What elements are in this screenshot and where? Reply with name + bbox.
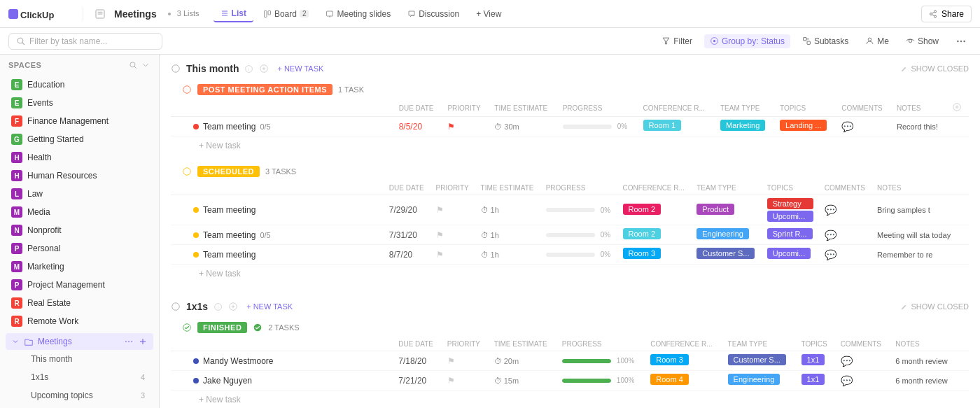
meetings-folder: Meetings This month 1x1s 4 Upcoming topi… xyxy=(3,333,156,405)
post-meeting-add-task[interactable]: + New task xyxy=(171,136,969,156)
sidebar-item-media[interactable]: M Media xyxy=(3,203,156,221)
sidebar-item-getting-started[interactable]: G Getting Started xyxy=(3,130,156,148)
fin-prog-bar-2 xyxy=(562,379,611,383)
sch-comment-3[interactable]: 💬 xyxy=(825,249,836,260)
fin-extra-1 xyxy=(957,351,969,371)
sidebar-item-finance[interactable]: F Finance Management xyxy=(3,112,156,130)
sch-comment-1[interactable]: 💬 xyxy=(825,204,836,216)
more-button[interactable] xyxy=(951,34,972,49)
svg-point-30 xyxy=(963,40,965,42)
fin-task-name-2[interactable]: Jake Nguyen xyxy=(203,376,252,386)
upcoming-topics-label: Upcoming topics xyxy=(31,391,93,400)
sidebar-item-events[interactable]: E Events xyxy=(3,94,156,112)
tab-discussion[interactable]: Discussion xyxy=(400,6,466,22)
filter-button[interactable]: Filter xyxy=(657,34,697,48)
this-month-new-task[interactable]: + NEW TASK xyxy=(277,64,323,73)
col-due-date: DUE DATE xyxy=(393,99,442,117)
group-by-status-button[interactable]: Group by: Status xyxy=(704,34,790,48)
sch-comment-2[interactable]: 💬 xyxy=(825,230,836,241)
finished-add-task[interactable]: + New task xyxy=(171,391,969,408)
sidebar-item-health[interactable]: H Health xyxy=(3,148,156,167)
sch-topic-3: Upcomi... xyxy=(767,248,811,259)
sidebar-item-human-resources[interactable]: H Human Resources xyxy=(3,167,156,185)
events-label: Events xyxy=(27,98,53,108)
sidebar-item-law[interactable]: L Law xyxy=(3,185,156,203)
time-estimate: ⏱ 30m xyxy=(494,122,551,131)
sidebar-item-nonprofit[interactable]: N Nonprofit xyxy=(3,221,156,239)
1x1s-add-icon[interactable] xyxy=(228,302,238,311)
1x1s-info-icon[interactable]: i xyxy=(214,302,223,311)
this-month-label: This month xyxy=(31,354,72,364)
circle-icon xyxy=(171,64,181,73)
fin-notes-text-1: 6 month review xyxy=(895,357,948,365)
svg-point-26 xyxy=(869,38,872,41)
sch-topic-2: Sprint R... xyxy=(767,228,813,239)
sch-checkbox-2: 0/5 xyxy=(260,231,270,239)
sch-time-est-1: ⏱ 1h xyxy=(481,206,535,214)
add-section-icon[interactable] xyxy=(259,64,269,73)
search-spaces-icon[interactable] xyxy=(128,60,138,70)
sch-comm-2: 💬 xyxy=(819,225,872,245)
sch-prog-2: 0% xyxy=(540,225,617,245)
me-button[interactable]: Me xyxy=(860,34,894,48)
table-row: Team meeting 7/29/20 ⚑ ⏱ 1h 0% xyxy=(171,195,969,225)
sch-name-cell-3: Team meeting xyxy=(171,245,384,265)
info-icon[interactable]: i xyxy=(244,64,253,73)
1x1s-show-closed[interactable]: SHOW CLOSED xyxy=(900,302,969,311)
sidebar-item-real-estate[interactable]: R Real Estate xyxy=(3,294,156,312)
sidebar-item-education[interactable]: E Education xyxy=(3,76,156,94)
sch-task-name-3[interactable]: Team meeting xyxy=(203,250,255,260)
toolbar: Filter by task name... Filter Group by: … xyxy=(0,28,980,55)
sidebar-item-marketing[interactable]: M Marketing xyxy=(3,258,156,276)
meetings-item[interactable]: Meetings xyxy=(6,333,153,350)
fin-team-2: Engineering xyxy=(722,371,796,391)
tab-add-view[interactable]: + View xyxy=(469,6,508,22)
sch-room-3: Room 3 xyxy=(623,248,662,259)
law-icon: L xyxy=(11,188,22,199)
chevron-down-icon[interactable] xyxy=(141,60,150,70)
this-month-show-closed[interactable]: SHOW CLOSED xyxy=(900,64,969,73)
fin-flag-2: ⚑ xyxy=(447,376,455,386)
sidebar-item-personal[interactable]: P Personal xyxy=(3,239,156,258)
fin-comm-2: 💬 xyxy=(835,371,890,391)
meetings-add-icon[interactable] xyxy=(138,337,148,346)
fin-notes-text-2: 6 month review xyxy=(895,377,948,385)
tab-meeting-slides[interactable]: Meeting slides xyxy=(318,6,398,22)
fin-comm-1: 💬 xyxy=(835,351,890,371)
meetings-more-icon[interactable] xyxy=(124,337,134,346)
col-add[interactable] xyxy=(946,99,969,117)
share-button[interactable]: Share xyxy=(921,6,972,22)
nonprofit-label: Nonprofit xyxy=(27,225,62,235)
sch-prog-wrap-2: 0% xyxy=(546,231,612,239)
sch-task-name-2[interactable]: Team meeting xyxy=(203,230,255,240)
tab-list-label: List xyxy=(232,8,246,18)
scheduled-add-task[interactable]: + New task xyxy=(171,265,969,284)
fin-comment-2[interactable]: 💬 xyxy=(841,375,853,386)
fin-col-due: DUE DATE xyxy=(393,337,442,351)
sidebar-item-remote-work[interactable]: R Remote Work xyxy=(3,312,156,330)
sidebar-controls xyxy=(128,60,150,70)
sch-prog-pct-3: 0% xyxy=(601,251,610,258)
subtasks-button[interactable]: Subtasks xyxy=(797,34,853,48)
personal-icon: P xyxy=(11,243,22,254)
sidebar-sub-1x1s[interactable]: 1x1s 4 xyxy=(6,368,153,386)
sidebar-sub-this-month[interactable]: This month xyxy=(6,350,153,368)
task-name[interactable]: Team meeting xyxy=(203,122,255,132)
sidebar-item-project-mgmt[interactable]: P Project Management xyxy=(3,276,156,294)
sidebar-folder-remote-onboarding[interactable]: Remote Onboarding xyxy=(0,405,159,408)
add-col-icon[interactable] xyxy=(952,102,962,112)
1x1s-new-task[interactable]: + NEW TASK xyxy=(246,302,293,311)
share-label: Share xyxy=(941,9,964,19)
svg-point-18 xyxy=(18,38,23,43)
sch-task-name-1[interactable]: Team meeting xyxy=(203,205,255,215)
comment-icon[interactable]: 💬 xyxy=(841,121,853,132)
fin-comment-1[interactable]: 💬 xyxy=(841,356,853,367)
show-button[interactable]: Show xyxy=(901,34,944,48)
fin-task-name-1[interactable]: Mandy Westmoore xyxy=(203,356,273,366)
tab-board[interactable]: Board 2 xyxy=(256,6,316,22)
tab-list[interactable]: List xyxy=(214,6,253,22)
search-box[interactable]: Filter by task name... xyxy=(8,33,162,50)
finished-group-row: FINISHED 2 TASKS xyxy=(171,318,969,337)
sidebar-sub-upcoming-topics[interactable]: Upcoming topics 3 xyxy=(6,386,153,405)
sch-topic1-1: Strategy xyxy=(767,198,813,209)
